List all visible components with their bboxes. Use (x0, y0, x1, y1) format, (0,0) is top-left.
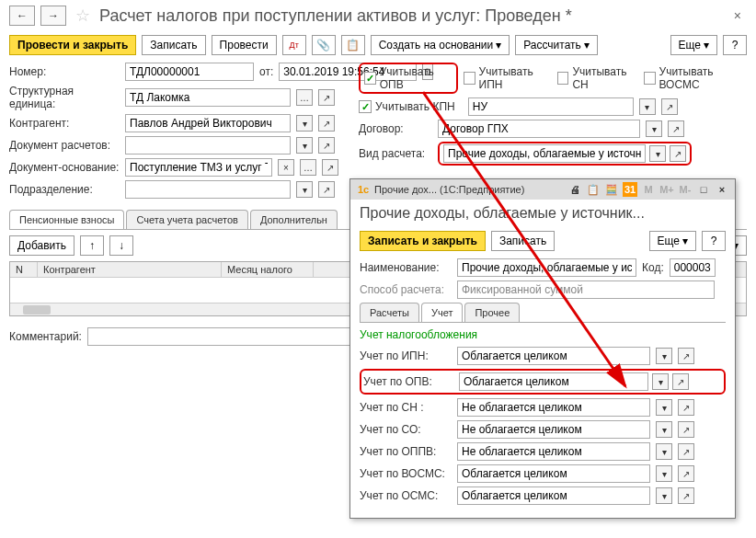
modal-help-button[interactable]: ? (702, 231, 726, 251)
calc-type-field[interactable] (443, 144, 646, 163)
modal-calc-icon[interactable]: 🧮 (604, 182, 619, 197)
dr-open-icon[interactable]: ↗ (318, 137, 335, 154)
sn-open-icon[interactable]: ↗ (678, 399, 694, 416)
doc-calc-label: Документ расчетов: (9, 139, 120, 152)
nu-dropdown-icon[interactable]: ▾ (639, 98, 656, 115)
sn-label: Учитывать СН (572, 65, 637, 91)
modal-code-field[interactable] (670, 258, 716, 277)
ka-open-icon[interactable]: ↗ (318, 115, 335, 132)
attach-icon[interactable]: 📎 (312, 35, 336, 55)
number-field[interactable] (125, 63, 254, 81)
tab-pension[interactable]: Пенсионные взносы (9, 210, 124, 229)
osms-dd-icon[interactable]: ▾ (656, 487, 672, 504)
modal-print-icon[interactable]: 🖨 (567, 182, 582, 197)
favorite-icon[interactable]: ☆ (75, 6, 90, 26)
doc-base-field[interactable] (125, 158, 272, 177)
calc-type-modal: 1c Прочие дох... (1С:Предприятие) 🖨 📋 🧮 … (349, 178, 736, 519)
modal-mplus-icon[interactable]: M+ (659, 182, 674, 197)
tab-accounts[interactable]: Счета учета расчетов (126, 210, 247, 229)
add-button[interactable]: Добавить (9, 235, 74, 256)
su-picker-icon[interactable]: … (296, 89, 313, 106)
su-open-icon[interactable]: ↗ (318, 89, 335, 106)
tab-additional[interactable]: Дополнительн (250, 210, 338, 229)
sn-checkbox[interactable] (557, 72, 569, 85)
structural-unit-field[interactable] (125, 88, 291, 107)
department-field[interactable] (125, 180, 291, 199)
modal-close-icon[interactable]: × (715, 182, 729, 197)
opv-dd-icon[interactable]: ▾ (652, 373, 669, 390)
dog-dropdown-icon[interactable]: ▾ (646, 120, 662, 137)
do-picker-icon[interactable]: … (300, 159, 316, 176)
sn-dd-icon[interactable]: ▾ (656, 399, 672, 416)
modal-cal-icon[interactable]: 31 (623, 182, 637, 197)
bosms-open-icon[interactable]: ↗ (678, 465, 694, 482)
create-based-button[interactable]: Создать на основании ▾ (371, 35, 510, 55)
help-button[interactable]: ? (723, 35, 747, 55)
ipn-row-field[interactable] (457, 347, 650, 365)
kpn-checkbox[interactable] (359, 100, 372, 113)
modal-name-field[interactable] (457, 258, 636, 277)
modal-m-icon[interactable]: M (641, 182, 656, 197)
nav-back-button[interactable]: ← (9, 6, 35, 26)
doc-calc-field[interactable] (125, 136, 291, 155)
vid-dropdown-icon[interactable]: ▾ (649, 145, 666, 162)
modal-save-button[interactable]: Записать (491, 231, 555, 251)
modal-tab-accounting[interactable]: Учет (421, 303, 464, 322)
ipn-checkbox[interactable] (464, 72, 475, 85)
do-clear-icon[interactable]: × (278, 159, 294, 176)
oppv-dd-icon[interactable]: ▾ (656, 443, 672, 460)
print-icon[interactable]: 📋 (341, 35, 365, 55)
bosms-dd-icon[interactable]: ▾ (656, 465, 672, 482)
modal-save-close-button[interactable]: Записать и закрыть (360, 231, 486, 251)
opv-checkbox[interactable] (364, 72, 376, 85)
from-label: от: (259, 65, 273, 78)
bosms-row-field[interactable] (457, 464, 650, 483)
nu-open-icon[interactable]: ↗ (661, 98, 678, 115)
save-button[interactable]: Записать (142, 35, 205, 55)
opv-row-field[interactable] (459, 372, 648, 391)
number-label: Номер: (9, 65, 120, 78)
execute-button[interactable]: Провести (212, 35, 277, 55)
nav-forward-button[interactable]: → (40, 6, 66, 26)
ipn-open-icon[interactable]: ↗ (678, 348, 694, 364)
more-button[interactable]: Еще ▾ (670, 35, 717, 55)
dtkr-icon[interactable]: Дт (282, 35, 306, 55)
so-open-icon[interactable]: ↗ (678, 421, 694, 438)
opv-check-highlight: Учитывать ОПВ (359, 63, 458, 94)
vid-open-icon[interactable]: ↗ (670, 145, 686, 162)
oppv-open-icon[interactable]: ↗ (678, 443, 694, 460)
contract-field[interactable] (438, 120, 640, 138)
pod-dropdown-icon[interactable]: ▾ (296, 181, 313, 198)
close-icon[interactable]: × (728, 6, 747, 25)
opv-open-icon[interactable]: ↗ (672, 373, 689, 390)
contract-label: Договор: (359, 122, 432, 135)
osms-open-icon[interactable]: ↗ (678, 487, 694, 504)
so-row-field[interactable] (457, 420, 650, 439)
calculate-button[interactable]: Рассчитать ▾ (515, 35, 598, 55)
move-down-icon[interactable]: ↓ (109, 235, 133, 256)
oppv-row-field[interactable] (457, 442, 650, 461)
contractor-field[interactable] (125, 114, 291, 132)
modal-maximize-icon[interactable]: □ (696, 182, 711, 197)
osms-row-field[interactable] (457, 486, 650, 505)
dr-dropdown-icon[interactable]: ▾ (296, 137, 313, 154)
do-open-icon[interactable]: ↗ (322, 159, 338, 176)
ka-dropdown-icon[interactable]: ▾ (296, 115, 313, 132)
col-month: Месяц налого (222, 262, 314, 277)
modal-tab-calc[interactable]: Расчеты (360, 303, 419, 322)
modal-more-button[interactable]: Еще ▾ (649, 231, 696, 251)
comment-label: Комментарий: (9, 330, 82, 343)
move-up-icon[interactable]: ↑ (80, 235, 104, 256)
modal-mminus-icon[interactable]: M- (678, 182, 693, 197)
so-dd-icon[interactable]: ▾ (656, 421, 672, 438)
bosms-checkbox[interactable] (644, 72, 656, 85)
sn-row-field[interactable] (457, 398, 650, 417)
ipn-dd-icon[interactable]: ▾ (656, 348, 672, 364)
dog-open-icon[interactable]: ↗ (668, 120, 684, 137)
execute-close-button[interactable]: Провести и закрыть (9, 35, 136, 55)
modal-tab-other[interactable]: Прочее (464, 303, 520, 322)
pod-open-icon[interactable]: ↗ (318, 181, 335, 198)
nu-field[interactable] (468, 97, 634, 116)
window-title: Расчет налогов при поступлении активов и… (99, 6, 572, 26)
modal-copy-icon[interactable]: 📋 (586, 182, 601, 197)
